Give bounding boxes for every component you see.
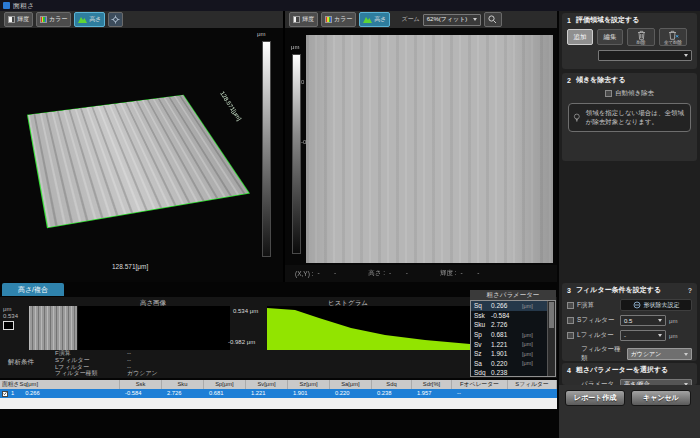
xy-label: (X,Y) : <box>295 270 313 277</box>
help-icon[interactable]: ? <box>688 287 692 294</box>
chevron-down-icon <box>473 18 477 21</box>
parameter-row[interactable]: Sdq0.238 <box>471 368 555 377</box>
roughness-parameters-title: 粗さパラメーター <box>470 290 556 300</box>
viewer-3d-panel: 輝度 カラー 高さ μm 128.571[μm] 128.571[μm] <box>0 11 285 282</box>
view-settings-button[interactable] <box>108 12 123 27</box>
step3-filter-section: 3 フィルター条件を設定する ? F演算 形状除去設定 Sフィルター <box>562 283 697 361</box>
luminance-icon <box>8 16 15 23</box>
3d-surface-view[interactable] <box>27 95 250 229</box>
region-delete-button[interactable]: 削除 <box>627 28 655 46</box>
step1-title: 評価領域を設定する <box>576 15 640 25</box>
colorbar-tick-0: 0 <box>301 79 304 85</box>
magnifier-button[interactable] <box>484 12 502 27</box>
row-index: 1 <box>11 389 14 398</box>
filter-type-value: ガウシアン <box>631 350 662 359</box>
parameter-row[interactable]: Ssk-0.584 <box>471 311 555 321</box>
height-view-button[interactable]: 高さ <box>74 12 105 27</box>
titlebar: 面粗さ <box>0 0 700 11</box>
tab-height-composite[interactable]: 高さ/複合 <box>2 283 64 296</box>
chevron-down-icon <box>684 54 688 57</box>
trash-all-icon <box>668 30 679 40</box>
luminance-view-button[interactable]: 輝度 <box>4 12 33 27</box>
region-delete-all-button[interactable]: 全て削除 <box>659 28 687 46</box>
zoom-label: ズーム <box>401 15 419 24</box>
parameter-row[interactable]: Sa0.220[μm] <box>471 359 555 369</box>
height-view-button-2d[interactable]: 高さ <box>359 12 390 27</box>
histogram-max-label: 0.534 μm <box>233 308 258 314</box>
height-image-thumbnail[interactable] <box>29 306 77 350</box>
region-edit-button[interactable]: 編集 <box>597 29 623 45</box>
workflow-panel: 1 評価領域を設定する 追加 編集 削除 全て削除 <box>559 11 700 438</box>
height-label: 高さ <box>374 15 386 24</box>
l-filter-checkbox[interactable] <box>567 332 574 339</box>
parameter-row[interactable]: Sz1.901[μm] <box>471 349 555 359</box>
parameter-row[interactable]: Sv1.221[μm] <box>471 339 555 349</box>
legend-unit: μm <box>3 306 18 312</box>
luminance-status-value: - - <box>461 269 484 278</box>
s-filter-select[interactable]: 0.5 <box>620 315 666 326</box>
analysis-panel: 高さ/複合 高さ画像 ヒストグラム μm 0.534 0.534 μm -0.9… <box>0 282 557 438</box>
analysis-conditions: F演算-- Sフィルター-- Lフィルター-- フィルター種類ガウシアン <box>55 350 158 377</box>
step4-number: 4 <box>567 367 571 374</box>
l-filter-label: Lフィルター <box>577 331 614 340</box>
height-histogram <box>267 306 470 350</box>
parameter-row[interactable]: Sq0.266[μm] <box>471 301 555 311</box>
analysis-row: フィルター種類ガウシアン <box>55 370 158 377</box>
height-colorbar-3d <box>262 41 271 257</box>
filter-type-label: フィルター種類 <box>581 345 624 363</box>
step3-number: 3 <box>567 287 571 294</box>
step1-number: 1 <box>567 17 571 24</box>
cancel-button[interactable]: キャンセル <box>631 390 691 406</box>
auto-tilt-checkbox[interactable] <box>605 90 612 97</box>
hint-text: 領域を指定しない場合は、全領域が除去対象となります。 <box>586 109 686 126</box>
row-checkbox[interactable] <box>2 391 8 397</box>
parameters-scrollbar[interactable] <box>547 301 555 376</box>
analysis-conditions-title: 解析条件 <box>8 358 34 367</box>
trash-icon <box>637 30 646 40</box>
analysis-row: F演算-- <box>55 350 158 357</box>
table-row[interactable]: 1 0.266 -0.584 2.726 0.681 1.221 1.901 0… <box>0 389 557 398</box>
roughness-parameters-list: Sq0.266[μm] Ssk-0.584 Sku2.726 Sp0.681[μ… <box>470 300 556 377</box>
window-title: 面粗さ <box>13 1 34 11</box>
region-select[interactable] <box>598 50 692 61</box>
chevron-down-icon <box>684 353 688 356</box>
color-view-button[interactable]: カラー <box>36 12 71 27</box>
region-add-button[interactable]: 追加 <box>567 29 593 45</box>
row-sq-value: 0.266 <box>25 389 40 398</box>
color-icon <box>325 16 332 23</box>
colorbar-unit-label-3d: μm <box>257 31 265 37</box>
histogram-shape <box>267 306 470 350</box>
step2-tilt-section: 2 傾きを除去する 自動傾き除去 領域を指定しない場合は、全領域が除去対象となり… <box>562 73 697 161</box>
scrollbar-thumb[interactable] <box>549 302 554 328</box>
parameter-row[interactable]: Sku2.726 <box>471 320 555 330</box>
shape-removal-label: 形状除去設定 <box>644 301 680 310</box>
shape-removal-settings-button[interactable]: 形状除去設定 <box>620 299 692 311</box>
height-status-label: 高さ : <box>368 269 385 278</box>
s-filter-unit: μm <box>669 318 677 324</box>
cursor-status-bar: (X,Y) : - - 高さ : - - 輝度 : - - <box>285 265 557 282</box>
zoom-select[interactable]: 62%(フィット) <box>423 14 481 26</box>
l-filter-select[interactable]: - <box>620 330 666 341</box>
s-filter-label: Sフィルター <box>577 316 614 325</box>
lightbulb-icon <box>573 110 581 126</box>
colorbar-unit-label-2d: μm <box>291 44 299 50</box>
f-operation-checkbox[interactable] <box>567 302 574 309</box>
step3-title: フィルター条件を設定する <box>576 285 661 295</box>
gear-icon <box>111 15 120 24</box>
x-dimension-label: 128.571[μm] <box>112 263 148 270</box>
2d-surface-image[interactable] <box>306 35 553 263</box>
luminance-view-button-2d[interactable]: 輝度 <box>289 12 318 27</box>
results-table: 面粗さSq[μm] Ssk Sku Sp[μm] Sv[μm] Sz[μm] S… <box>0 380 557 398</box>
parameter-row[interactable]: Sp0.681[μm] <box>471 330 555 340</box>
search-icon <box>488 15 497 24</box>
l-filter-value: - <box>624 333 626 339</box>
color-view-button-2d[interactable]: カラー <box>321 12 356 27</box>
shape-removal-icon <box>633 301 641 309</box>
viewer-2d-toolbar: 輝度 カラー 高さ ズーム 62%(フィット) <box>285 11 557 28</box>
zoom-value: 62%(フィット) <box>427 15 468 24</box>
action-footer: レポート作成 キャンセル <box>559 385 700 438</box>
create-report-button[interactable]: レポート作成 <box>565 390 625 406</box>
s-filter-checkbox[interactable] <box>567 317 574 324</box>
filter-type-select[interactable]: ガウシアン <box>627 348 692 360</box>
luminance-label: 輝度 <box>302 15 314 24</box>
